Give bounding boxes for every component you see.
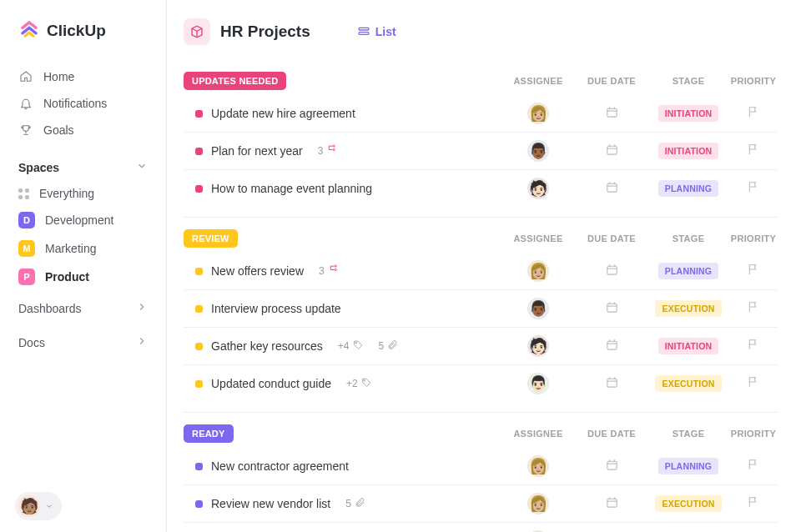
cell-assignee[interactable]: 🧑🏻 xyxy=(501,335,576,357)
cell-assignee[interactable]: 🧑🏻 xyxy=(501,178,576,199)
col-assignee: ASSIGNEE xyxy=(501,233,576,243)
nav-docs[interactable]: Docs xyxy=(0,325,166,359)
attachment-count[interactable]: 5 xyxy=(379,339,399,353)
cell-stage[interactable]: EXECUTION xyxy=(647,495,729,512)
task-status-dot[interactable] xyxy=(195,110,203,118)
task-status-dot[interactable] xyxy=(195,380,203,388)
svg-point-3 xyxy=(334,145,335,147)
attachment-count[interactable]: 5 xyxy=(345,497,365,510)
cell-due-date[interactable] xyxy=(576,458,647,475)
task-row[interactable]: Update key objectives 5 👩🏼 EXECUTION xyxy=(184,522,778,532)
view-tab-list[interactable]: List xyxy=(357,25,396,38)
cell-priority[interactable] xyxy=(729,180,778,197)
task-list: Update new hire agreement 👩🏼 INITIATION xyxy=(184,95,778,207)
cell-assignee[interactable]: 👩🏼 xyxy=(501,103,576,124)
task-row[interactable]: Review new vendor list 5 👩🏼 EXECUTION xyxy=(184,484,778,522)
task-status-dot[interactable] xyxy=(195,148,203,155)
nav-dashboards[interactable]: Dashboards xyxy=(0,291,166,325)
cell-due-date[interactable] xyxy=(576,143,647,160)
cell-stage[interactable]: EXECUTION xyxy=(647,300,729,317)
group-status-pill[interactable]: READY xyxy=(184,424,234,443)
cell-priority[interactable] xyxy=(729,263,778,279)
cell-due-date[interactable] xyxy=(576,375,647,393)
chevron-right-icon xyxy=(136,335,148,349)
task-title: Interview process update xyxy=(211,302,341,315)
cell-due-date[interactable] xyxy=(576,180,647,198)
task-status-dot[interactable] xyxy=(195,268,203,275)
task-row[interactable]: Updated conduct guide +2 👨🏻 EXECUTION xyxy=(184,364,778,402)
cell-due-date[interactable] xyxy=(576,300,647,318)
stage-badge: EXECUTION xyxy=(655,375,721,392)
task-status-dot[interactable] xyxy=(195,305,203,313)
cell-priority[interactable] xyxy=(729,300,778,317)
cell-assignee[interactable]: 👨🏾 xyxy=(501,298,576,319)
task-title: Update new hire agreement xyxy=(211,107,355,120)
task-title: New contractor agreement xyxy=(211,459,349,473)
cell-priority[interactable] xyxy=(729,375,778,392)
task-status-dot[interactable] xyxy=(195,463,203,470)
task-status-dot[interactable] xyxy=(195,185,203,193)
sidebar-space-item[interactable]: D Development xyxy=(0,206,166,234)
cell-priority[interactable] xyxy=(729,495,778,512)
task-main: Update new hire agreement xyxy=(184,107,501,120)
cell-stage[interactable]: INITIATION xyxy=(647,143,729,159)
task-row[interactable]: New contractor agreement 👩🏼 PLANNING xyxy=(184,448,778,484)
cell-due-date[interactable] xyxy=(576,495,647,513)
cell-priority[interactable] xyxy=(729,143,778,159)
cell-due-date[interactable] xyxy=(576,263,647,280)
nav-home[interactable]: Home xyxy=(0,63,166,90)
cell-priority[interactable] xyxy=(729,458,778,474)
sidebar-space-item[interactable]: P Product xyxy=(0,263,166,291)
cell-assignee[interactable]: 👨🏻 xyxy=(501,373,576,394)
col-stage: STAGE xyxy=(647,233,729,243)
assignee-avatar: 👩🏼 xyxy=(527,260,549,282)
sidebar-item-everything[interactable]: Everything xyxy=(0,181,166,206)
assignee-avatar: 👩🏼 xyxy=(527,493,549,514)
calendar-icon xyxy=(605,495,619,513)
cell-stage[interactable]: PLANNING xyxy=(647,458,729,474)
nav-notifications-label: Notifications xyxy=(43,97,107,110)
task-row[interactable]: New offers review 3 👩🏼 PLANNING xyxy=(184,253,778,289)
cell-stage[interactable]: INITIATION xyxy=(647,338,729,354)
task-row[interactable]: How to manage event planning 🧑🏻 PLANNING xyxy=(184,169,778,207)
cell-assignee[interactable]: 👩🏼 xyxy=(501,493,576,514)
subtask-count[interactable]: 3 xyxy=(319,264,339,278)
group-status-pill[interactable]: REVIEW xyxy=(184,229,238,248)
tag-count[interactable]: +2 xyxy=(346,377,372,390)
nav-notifications[interactable]: Notifications xyxy=(0,90,166,117)
task-main: New offers review 3 xyxy=(184,264,501,278)
task-status-dot[interactable] xyxy=(195,343,203,350)
task-row[interactable]: Update new hire agreement 👩🏼 INITIATION xyxy=(184,95,778,132)
nav-goals[interactable]: Goals xyxy=(0,117,166,143)
cell-stage[interactable]: PLANNING xyxy=(647,180,729,197)
nav-home-label: Home xyxy=(43,70,74,83)
spaces-header[interactable]: Spaces xyxy=(0,148,166,181)
cell-stage[interactable]: PLANNING xyxy=(647,263,729,279)
task-row[interactable]: Plan for next year 3 👨🏾 INITIATION xyxy=(184,132,778,169)
cell-priority[interactable] xyxy=(729,105,778,122)
cell-stage[interactable]: EXECUTION xyxy=(647,375,729,392)
cell-due-date[interactable] xyxy=(576,338,647,355)
cell-priority[interactable] xyxy=(729,338,778,354)
assignee-avatar: 👨🏾 xyxy=(527,140,549,162)
task-row[interactable]: Interview process update 👨🏾 EXECUTION xyxy=(184,289,778,327)
subtask-count[interactable]: 3 xyxy=(318,144,338,158)
brand-logo[interactable]: ClickUp xyxy=(0,18,166,58)
col-stage: STAGE xyxy=(647,429,729,439)
cell-assignee[interactable]: 👩🏼 xyxy=(501,260,576,282)
paperclip-icon xyxy=(387,339,398,353)
group-status-pill[interactable]: UPDATES NEEDED xyxy=(184,72,286,90)
cell-assignee[interactable]: 👨🏾 xyxy=(501,140,576,162)
tag-icon xyxy=(361,377,372,390)
task-row[interactable]: Gather key resources +45 🧑🏻 INITIATION xyxy=(184,327,778,364)
tag-icon xyxy=(353,339,364,353)
task-status-dot[interactable] xyxy=(195,500,203,508)
tag-count[interactable]: +4 xyxy=(338,339,364,353)
cell-stage[interactable]: INITIATION xyxy=(647,105,729,122)
cell-due-date[interactable] xyxy=(576,105,647,123)
spaces-header-label: Spaces xyxy=(18,161,59,174)
caret-down-icon xyxy=(45,499,53,514)
user-menu[interactable]: 🧑🏽 xyxy=(15,492,62,520)
sidebar-space-item[interactable]: M Marketing xyxy=(0,234,166,263)
cell-assignee[interactable]: 👩🏼 xyxy=(501,455,576,477)
